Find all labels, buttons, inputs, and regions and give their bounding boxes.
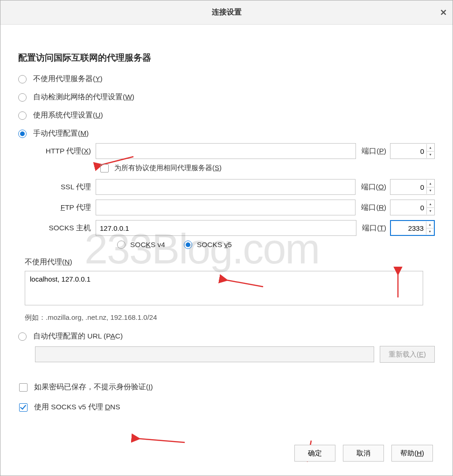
- proxy-system-row[interactable]: 使用系统代理设置(U): [18, 110, 435, 120]
- proxy-pac-label: 自动代理配置的 URL (PAC): [33, 331, 123, 341]
- ssl-proxy-label: SSL 代理: [35, 182, 96, 192]
- http-proxy-input[interactable]: [96, 143, 356, 159]
- proxy-autodetect-row[interactable]: 自动检测此网络的代理设置(W): [18, 92, 435, 102]
- http-proxy-label: HTTP 代理(X): [35, 146, 96, 156]
- dialog-content: 233Blog.com 配置访问国际互联网的代理服务器 不使用代理服务器(Y) …: [0, 25, 453, 432]
- ssl-port-label: 端口(O): [361, 182, 386, 192]
- socks-proxy-label: SOCKS 主机: [35, 223, 96, 233]
- socks-proxy-row: SOCKS 主机 端口(T) ▲▼: [35, 220, 435, 236]
- radio-icon[interactable]: [18, 93, 27, 102]
- ok-button[interactable]: 确定: [294, 445, 335, 462]
- http-proxy-row: HTTP 代理(X) 端口(P) ▲▼: [35, 143, 435, 159]
- socks-port-label: 端口(T): [362, 223, 386, 233]
- dialog-buttons: 确定 取消 帮助(H): [294, 445, 433, 462]
- manual-fields: HTTP 代理(X) 端口(P) ▲▼ 为所有协议使用相同代理服务器(S) SS: [35, 143, 435, 249]
- socks-v5-option[interactable]: SOCKS v5: [184, 241, 232, 249]
- radio-icon[interactable]: [18, 111, 27, 120]
- annotation-arrow-icon: [136, 434, 187, 449]
- noproxy-label: 不使用代理(N): [25, 257, 435, 267]
- proxy-pac-row[interactable]: 自动代理配置的 URL (PAC): [18, 331, 435, 341]
- ssl-proxy-input[interactable]: [96, 179, 355, 195]
- checkbox-icon[interactable]: [100, 164, 109, 172]
- noproxy-textarea[interactable]: [25, 271, 423, 305]
- ssl-port-spinner[interactable]: ▲▼: [390, 179, 435, 195]
- proxy-manual-label: 手动代理配置(M): [33, 129, 89, 138]
- proxy-none-row[interactable]: 不使用代理服务器(Y): [18, 74, 435, 84]
- noproxy-example: 例如：.mozilla.org, .net.nz, 192.168.1.0/24: [25, 313, 435, 322]
- cancel-button[interactable]: 取消: [343, 445, 384, 462]
- socks-dns-label: 使用 SOCKS v5 代理 DNS: [34, 402, 120, 412]
- radio-icon[interactable]: [184, 241, 192, 249]
- no-prompt-row[interactable]: 如果密码已保存，不提示身份验证(I): [19, 382, 435, 392]
- checkbox-icon[interactable]: [19, 383, 28, 392]
- radio-icon[interactable]: [18, 130, 27, 138]
- ftp-proxy-label: FTP 代理: [35, 203, 96, 213]
- socks-dns-row[interactable]: 使用 SOCKS v5 代理 DNS: [19, 402, 435, 412]
- socks-version-row: SOCKS v4 SOCKS v5: [117, 241, 435, 249]
- close-icon[interactable]: ✕: [434, 0, 453, 25]
- spinner-icon[interactable]: ▲▼: [426, 221, 433, 235]
- radio-icon[interactable]: [18, 75, 27, 83]
- ftp-port-label: 端口(R): [361, 203, 386, 213]
- spinner-icon[interactable]: ▲▼: [426, 144, 434, 158]
- proxy-none-label: 不使用代理服务器(Y): [33, 74, 103, 84]
- ssl-proxy-row: SSL 代理 端口(O) ▲▼: [35, 179, 435, 195]
- ftp-proxy-input[interactable]: [96, 200, 355, 215]
- extra-options: 如果密码已保存，不提示身份验证(I) 使用 SOCKS v5 代理 DNS: [19, 382, 435, 412]
- ftp-port-spinner[interactable]: ▲▼: [390, 200, 435, 215]
- http-port-label: 端口(P): [362, 146, 386, 156]
- help-button[interactable]: 帮助(H): [391, 445, 433, 462]
- checkbox-icon[interactable]: [19, 403, 28, 412]
- ftp-proxy-row: FTP 代理 端口(R) ▲▼: [35, 200, 435, 215]
- proxy-system-label: 使用系统代理设置(U): [33, 110, 103, 120]
- dialog-title: 连接设置: [212, 7, 242, 17]
- same-proxy-row[interactable]: 为所有协议使用相同代理服务器(S): [100, 164, 435, 172]
- socks-port-spinner[interactable]: ▲▼: [390, 220, 435, 236]
- socks-v4-option[interactable]: SOCKS v4: [117, 241, 165, 249]
- radio-icon[interactable]: [18, 332, 27, 341]
- proxy-autodetect-label: 自动检测此网络的代理设置(W): [33, 92, 134, 102]
- radio-icon[interactable]: [117, 241, 125, 249]
- same-proxy-label: 为所有协议使用相同代理服务器(S): [114, 164, 222, 172]
- no-prompt-label: 如果密码已保存，不提示身份验证(I): [34, 382, 153, 392]
- proxy-manual-row[interactable]: 手动代理配置(M): [18, 129, 435, 138]
- titlebar: 连接设置 ✕: [0, 0, 453, 25]
- spinner-icon[interactable]: ▲▼: [426, 200, 434, 214]
- spinner-icon[interactable]: ▲▼: [426, 180, 434, 194]
- heading: 配置访问国际互联网的代理服务器: [18, 52, 435, 64]
- http-port-spinner[interactable]: ▲▼: [390, 143, 435, 159]
- reload-button[interactable]: 重新载入(E): [380, 346, 435, 363]
- pac-url-input[interactable]: [35, 346, 374, 362]
- connection-settings-dialog: 连接设置 ✕ 233Blog.com 配置访问国际互联网的代理服务器 不使用代理…: [0, 0, 453, 476]
- svg-line-3: [139, 439, 185, 442]
- pac-url-row: 重新载入(E): [35, 346, 435, 363]
- socks-host-input[interactable]: [96, 220, 356, 236]
